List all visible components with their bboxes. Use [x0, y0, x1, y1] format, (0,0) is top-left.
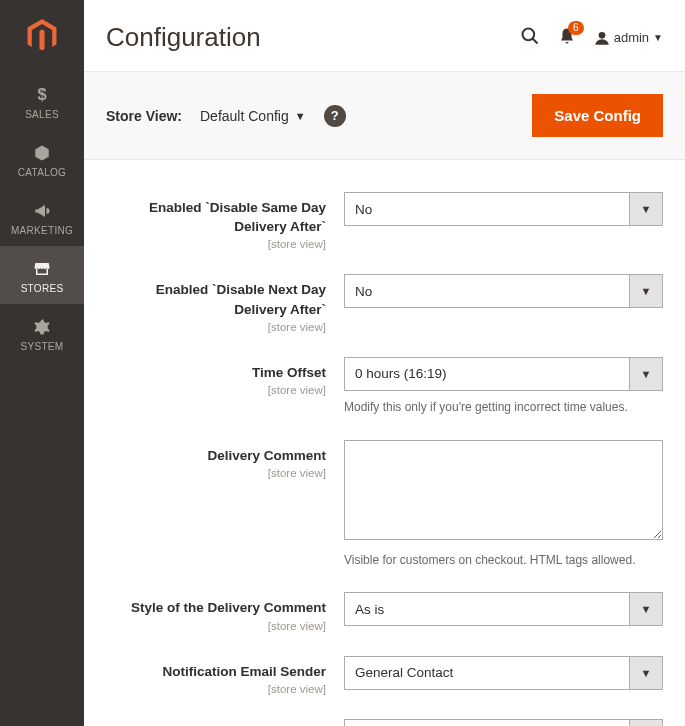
chevron-down-icon: ▼ [629, 719, 663, 726]
chevron-down-icon: ▼ [653, 32, 663, 43]
field-scope: [store view] [106, 321, 326, 333]
sidebar-item-catalog[interactable]: CATALOG [0, 130, 84, 188]
field-label: Enabled `Disable Next Day Delivery After… [156, 282, 326, 316]
header-actions: 6 admin ▼ [520, 26, 663, 50]
chevron-down-icon: ▼ [295, 110, 306, 122]
config-form: Enabled `Disable Same Day Delivery After… [84, 160, 685, 726]
store-view-label: Store View: [106, 108, 182, 124]
page-title: Configuration [106, 22, 261, 53]
field-label: Style of the Delivery Comment [131, 600, 326, 615]
notifications-badge: 6 [568, 21, 584, 35]
store-view-value: Default Config [200, 108, 289, 124]
sidebar-item-label: STORES [21, 283, 64, 294]
field-style-comment: Style of the Delivery Comment [store vie… [106, 592, 663, 631]
field-note: Visible for customers on checkout. HTML … [344, 552, 663, 569]
svg-point-3 [598, 32, 605, 39]
sidebar-item-system[interactable]: SYSTEM [0, 304, 84, 362]
toolbar: Store View: Default Config ▼ ? Save Conf… [84, 71, 685, 160]
field-scope: [store view] [106, 683, 326, 695]
select-email-sender[interactable]: General Contact ▼ [344, 656, 663, 690]
field-label: Time Offset [252, 365, 326, 380]
field-label: Enabled `Disable Same Day Delivery After… [149, 200, 326, 234]
field-label: Notification Email Sender [162, 664, 326, 679]
search-icon[interactable] [520, 26, 540, 50]
magento-logo[interactable] [25, 0, 59, 72]
sidebar-item-label: SYSTEM [21, 341, 64, 352]
chevron-down-icon: ▼ [629, 656, 663, 690]
select-value: No [344, 192, 629, 226]
svg-line-2 [532, 38, 537, 43]
help-icon[interactable]: ? [324, 105, 346, 127]
sidebar: $ SALES CATALOG MARKETING STORES SYSTEM [0, 0, 84, 726]
svg-point-1 [522, 28, 534, 40]
user-icon [594, 30, 610, 46]
notifications-icon[interactable]: 6 [558, 27, 576, 49]
field-time-offset: Time Offset [store view] 0 hours (16:19)… [106, 357, 663, 416]
field-scope: [store view] [106, 384, 326, 396]
dollar-icon: $ [33, 86, 51, 104]
sidebar-item-sales[interactable]: $ SALES [0, 72, 84, 130]
select-value: Delivery Date Notification (Default [344, 719, 629, 726]
store-view-select[interactable]: Default Config ▼ [200, 108, 306, 124]
field-disable-next-day: Enabled `Disable Next Day Delivery After… [106, 274, 663, 332]
sidebar-item-label: SALES [25, 109, 59, 120]
field-label: Delivery Comment [207, 448, 326, 463]
sidebar-item-label: MARKETING [11, 225, 73, 236]
page-header: Configuration 6 admin ▼ [84, 0, 685, 71]
user-name: admin [614, 30, 649, 45]
select-value: 0 hours (16:19) [344, 357, 629, 391]
field-scope: [store view] [106, 238, 326, 250]
select-email-template[interactable]: Delivery Date Notification (Default ▼ [344, 719, 663, 726]
megaphone-icon [33, 202, 51, 220]
field-scope: [store view] [106, 620, 326, 632]
save-config-button[interactable]: Save Config [532, 94, 663, 137]
main-content: Configuration 6 admin ▼ Store View: [84, 0, 685, 726]
field-email-sender: Notification Email Sender [store view] G… [106, 656, 663, 695]
chevron-down-icon: ▼ [629, 274, 663, 308]
field-email-template: Notification Email Template [store view]… [106, 719, 663, 726]
sidebar-item-stores[interactable]: STORES [0, 246, 84, 304]
chevron-down-icon: ▼ [629, 192, 663, 226]
store-icon [33, 260, 51, 278]
gear-icon [33, 318, 51, 336]
svg-text:$: $ [37, 86, 46, 103]
select-disable-next-day[interactable]: No ▼ [344, 274, 663, 308]
select-value: General Contact [344, 656, 629, 690]
sidebar-item-marketing[interactable]: MARKETING [0, 188, 84, 246]
cube-icon [33, 144, 51, 162]
textarea-delivery-comment[interactable] [344, 440, 663, 540]
user-menu[interactable]: admin ▼ [594, 30, 663, 46]
chevron-down-icon: ▼ [629, 592, 663, 626]
select-style-comment[interactable]: As is ▼ [344, 592, 663, 626]
select-value: No [344, 274, 629, 308]
field-note: Modify this only if you're getting incor… [344, 399, 663, 416]
select-disable-same-day[interactable]: No ▼ [344, 192, 663, 226]
field-scope: [store view] [106, 467, 326, 479]
select-time-offset[interactable]: 0 hours (16:19) ▼ [344, 357, 663, 391]
sidebar-item-label: CATALOG [18, 167, 66, 178]
chevron-down-icon: ▼ [629, 357, 663, 391]
field-disable-same-day: Enabled `Disable Same Day Delivery After… [106, 192, 663, 250]
field-delivery-comment: Delivery Comment [store view] Visible fo… [106, 440, 663, 569]
select-value: As is [344, 592, 629, 626]
